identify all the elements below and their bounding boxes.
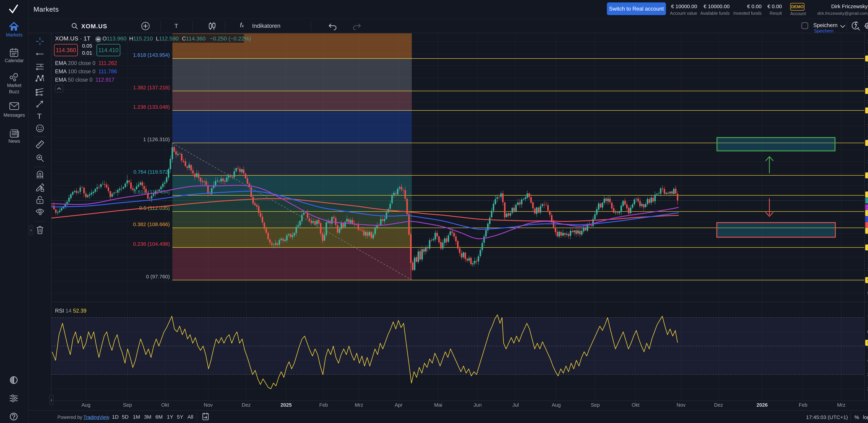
svg-text:Mai: Mai: [434, 402, 442, 408]
svg-text:111.262: 111.262: [867, 222, 868, 228]
svg-text:Sep: Sep: [123, 402, 132, 408]
svg-text:Okt: Okt: [631, 402, 639, 408]
svg-text:0.236 (104.498): 0.236 (104.498): [133, 241, 170, 247]
svg-text:Mrz: Mrz: [355, 402, 363, 408]
svg-text:135.000: 135.000: [867, 99, 868, 104]
svg-text:30.00: 30.00: [867, 372, 868, 377]
svg-text:1.236 (133.048): 1.236 (133.048): [133, 104, 170, 110]
svg-text:97.760: 97.760: [867, 277, 868, 283]
svg-text:102.500: 102.500: [867, 255, 868, 260]
svg-text:2025: 2025: [281, 402, 292, 408]
svg-text:60.00: 60.00: [867, 329, 868, 334]
svg-text:143.954: 143.954: [867, 56, 868, 61]
svg-text:137.216: 137.216: [867, 88, 868, 94]
svg-text:Dez: Dez: [242, 402, 251, 408]
svg-text:112.035: 112.035: [867, 210, 868, 216]
svg-text:Apr: Apr: [395, 402, 402, 408]
svg-text:Okt: Okt: [161, 402, 169, 408]
svg-text:Feb: Feb: [799, 402, 807, 408]
svg-text:133.048: 133.048: [867, 108, 868, 113]
svg-text:122.500: 122.500: [867, 159, 868, 164]
svg-text:125.000: 125.000: [867, 147, 868, 152]
svg-text:Mrz: Mrz: [837, 402, 845, 408]
svg-text:Aug: Aug: [82, 402, 90, 408]
svg-text:100.000: 100.000: [867, 267, 868, 272]
svg-text:114.360: 114.360: [867, 198, 868, 203]
svg-text:119.572: 119.572: [867, 173, 868, 178]
svg-text:1.618 (143.954): 1.618 (143.954): [133, 52, 170, 58]
svg-text:145.000: 145.000: [867, 51, 868, 56]
svg-text:Dez: Dez: [714, 402, 723, 408]
svg-text:95.000: 95.000: [867, 291, 868, 296]
svg-text:70.00: 70.00: [867, 315, 868, 320]
svg-text:112.917: 112.917: [867, 205, 868, 210]
svg-text:52.39: 52.39: [867, 340, 868, 345]
svg-text:130.000: 130.000: [867, 123, 868, 128]
svg-text:140.000: 140.000: [867, 75, 868, 80]
svg-text:127.500: 127.500: [867, 135, 868, 140]
svg-text:117.500: 117.500: [867, 183, 868, 188]
svg-text:108.666: 108.666: [867, 228, 868, 233]
svg-text:147.500: 147.500: [867, 39, 868, 44]
svg-text:Jun: Jun: [473, 402, 482, 408]
svg-text:40.00: 40.00: [867, 358, 868, 363]
svg-text:Feb: Feb: [319, 402, 328, 408]
svg-text:20.00: 20.00: [867, 386, 868, 391]
svg-text:Nov: Nov: [677, 402, 686, 408]
svg-text:111.786: 111.786: [867, 216, 868, 221]
svg-text:0.764 (119.572): 0.764 (119.572): [133, 169, 170, 175]
svg-text:1.382 (137.216): 1.382 (137.216): [133, 85, 170, 90]
svg-text:Aug: Aug: [552, 402, 561, 408]
svg-text:1 (126.310): 1 (126.310): [143, 137, 170, 142]
svg-text:Sep: Sep: [591, 402, 600, 408]
svg-text:Nov: Nov: [204, 402, 213, 408]
svg-text:0.382 (108.666): 0.382 (108.666): [133, 221, 170, 227]
svg-text:104.498: 104.498: [867, 245, 868, 250]
svg-text:Jul: Jul: [512, 402, 519, 408]
svg-text:0 (97.760): 0 (97.760): [146, 274, 170, 279]
svg-text:126.310: 126.310: [867, 140, 868, 146]
svg-text:2026: 2026: [756, 402, 768, 408]
svg-text:142.500: 142.500: [867, 63, 868, 68]
svg-text:115.404: 115.404: [867, 192, 868, 197]
